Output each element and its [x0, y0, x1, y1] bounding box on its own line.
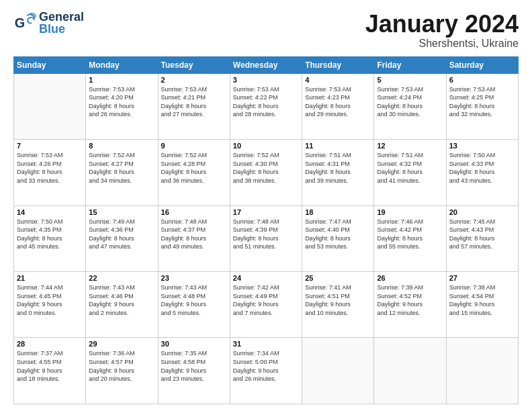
day-info: Sunrise: 7:43 AM Sunset: 4:48 PM Dayligh… [161, 283, 227, 317]
calendar-day: 25Sunrise: 7:41 AM Sunset: 4:51 PM Dayli… [302, 272, 374, 338]
day-info: Sunrise: 7:50 AM Sunset: 4:35 PM Dayligh… [17, 218, 83, 251]
day-number: 17 [233, 208, 299, 216]
col-wednesday: Wednesday [230, 56, 302, 73]
calendar-day [14, 73, 86, 139]
day-info: Sunrise: 7:51 AM Sunset: 4:31 PM Dayligh… [305, 151, 371, 185]
calendar-day [374, 338, 446, 404]
day-number: 26 [377, 274, 443, 282]
calendar-day [446, 338, 518, 404]
day-info: Sunrise: 7:41 AM Sunset: 4:51 PM Dayligh… [305, 283, 371, 317]
day-number: 4 [305, 76, 371, 84]
day-number: 20 [449, 208, 515, 216]
calendar-day: 7Sunrise: 7:53 AM Sunset: 4:26 PM Daylig… [14, 140, 86, 205]
day-info: Sunrise: 7:53 AM Sunset: 4:25 PM Dayligh… [449, 85, 515, 119]
day-number: 10 [233, 142, 299, 150]
calendar-day: 13Sunrise: 7:50 AM Sunset: 4:33 PM Dayli… [446, 140, 518, 205]
day-number: 13 [449, 142, 515, 150]
logo-general: General [39, 11, 84, 23]
day-number: 1 [89, 76, 154, 84]
calendar-day: 8Sunrise: 7:52 AM Sunset: 4:27 PM Daylig… [86, 140, 158, 205]
day-number: 24 [233, 274, 299, 282]
day-number: 28 [17, 340, 83, 348]
col-tuesday: Tuesday [158, 56, 230, 73]
day-number: 7 [17, 142, 83, 150]
calendar-week-1: 1Sunrise: 7:53 AM Sunset: 4:20 PM Daylig… [14, 73, 519, 139]
day-info: Sunrise: 7:39 AM Sunset: 4:52 PM Dayligh… [377, 283, 443, 317]
col-thursday: Thursday [302, 56, 374, 73]
day-number: 30 [161, 340, 227, 348]
month-title: January 2024 [365, 11, 519, 38]
day-info: Sunrise: 7:44 AM Sunset: 4:45 PM Dayligh… [17, 283, 83, 317]
day-number: 2 [161, 76, 227, 84]
calendar-day: 15Sunrise: 7:49 AM Sunset: 4:36 PM Dayli… [86, 205, 158, 271]
calendar-day: 10Sunrise: 7:52 AM Sunset: 4:30 PM Dayli… [230, 140, 302, 205]
day-number: 6 [449, 76, 515, 84]
calendar-day: 18Sunrise: 7:47 AM Sunset: 4:40 PM Dayli… [302, 205, 374, 271]
calendar-day: 23Sunrise: 7:43 AM Sunset: 4:48 PM Dayli… [158, 272, 230, 338]
day-info: Sunrise: 7:45 AM Sunset: 4:43 PM Dayligh… [449, 218, 515, 251]
day-number: 11 [305, 142, 371, 150]
header: G General Blue January 2024 Shershentsi,… [13, 11, 519, 50]
day-info: Sunrise: 7:48 AM Sunset: 4:37 PM Dayligh… [161, 218, 227, 251]
day-number: 31 [233, 340, 299, 348]
day-number: 8 [89, 142, 154, 150]
day-number: 21 [17, 274, 83, 282]
day-info: Sunrise: 7:53 AM Sunset: 4:26 PM Dayligh… [17, 151, 83, 185]
day-info: Sunrise: 7:53 AM Sunset: 4:20 PM Dayligh… [89, 85, 154, 119]
day-info: Sunrise: 7:51 AM Sunset: 4:32 PM Dayligh… [377, 151, 443, 185]
calendar-day: 31Sunrise: 7:34 AM Sunset: 5:00 PM Dayli… [230, 338, 302, 404]
day-info: Sunrise: 7:35 AM Sunset: 4:58 PM Dayligh… [161, 349, 227, 383]
calendar-day: 24Sunrise: 7:42 AM Sunset: 4:49 PM Dayli… [230, 272, 302, 338]
calendar-day: 9Sunrise: 7:52 AM Sunset: 4:28 PM Daylig… [158, 140, 230, 205]
day-number: 12 [377, 142, 443, 150]
logo-blue: Blue [39, 23, 84, 35]
calendar-day: 21Sunrise: 7:44 AM Sunset: 4:45 PM Dayli… [14, 272, 86, 338]
calendar-day: 11Sunrise: 7:51 AM Sunset: 4:31 PM Dayli… [302, 140, 374, 205]
col-sunday: Sunday [14, 56, 86, 73]
day-number: 3 [233, 76, 299, 84]
day-info: Sunrise: 7:36 AM Sunset: 4:57 PM Dayligh… [89, 349, 154, 383]
day-info: Sunrise: 7:37 AM Sunset: 4:55 PM Dayligh… [17, 349, 83, 383]
calendar-day: 17Sunrise: 7:48 AM Sunset: 4:39 PM Dayli… [230, 205, 302, 271]
calendar-day: 30Sunrise: 7:35 AM Sunset: 4:58 PM Dayli… [158, 338, 230, 404]
calendar-day: 20Sunrise: 7:45 AM Sunset: 4:43 PM Dayli… [446, 205, 518, 271]
calendar-day: 19Sunrise: 7:46 AM Sunset: 4:42 PM Dayli… [374, 205, 446, 271]
day-info: Sunrise: 7:46 AM Sunset: 4:42 PM Dayligh… [377, 218, 443, 251]
calendar-week-5: 28Sunrise: 7:37 AM Sunset: 4:55 PM Dayli… [14, 338, 519, 404]
day-info: Sunrise: 7:53 AM Sunset: 4:24 PM Dayligh… [377, 85, 443, 119]
day-info: Sunrise: 7:34 AM Sunset: 5:00 PM Dayligh… [233, 349, 299, 383]
day-number: 18 [305, 208, 371, 216]
calendar-day: 28Sunrise: 7:37 AM Sunset: 4:55 PM Dayli… [14, 338, 86, 404]
day-number: 27 [449, 274, 515, 282]
logo-icon: G [13, 11, 38, 35]
day-number: 25 [305, 274, 371, 282]
day-number: 16 [161, 208, 227, 216]
location-subtitle: Shershentsi, Ukraine [365, 38, 519, 50]
day-info: Sunrise: 7:42 AM Sunset: 4:49 PM Dayligh… [233, 283, 299, 317]
day-info: Sunrise: 7:50 AM Sunset: 4:33 PM Dayligh… [449, 151, 515, 185]
col-monday: Monday [86, 56, 158, 73]
calendar-day: 14Sunrise: 7:50 AM Sunset: 4:35 PM Dayli… [14, 205, 86, 271]
calendar-day: 3Sunrise: 7:53 AM Sunset: 4:22 PM Daylig… [230, 73, 302, 139]
day-info: Sunrise: 7:52 AM Sunset: 4:27 PM Dayligh… [89, 151, 154, 185]
calendar-header-row: Sunday Monday Tuesday Wednesday Thursday… [14, 56, 519, 73]
day-info: Sunrise: 7:38 AM Sunset: 4:54 PM Dayligh… [449, 283, 515, 317]
calendar-day: 6Sunrise: 7:53 AM Sunset: 4:25 PM Daylig… [446, 73, 518, 139]
calendar-day [302, 338, 374, 404]
calendar-week-2: 7Sunrise: 7:53 AM Sunset: 4:26 PM Daylig… [14, 140, 519, 205]
day-info: Sunrise: 7:52 AM Sunset: 4:28 PM Dayligh… [161, 151, 227, 185]
calendar-day: 12Sunrise: 7:51 AM Sunset: 4:32 PM Dayli… [374, 140, 446, 205]
day-info: Sunrise: 7:48 AM Sunset: 4:39 PM Dayligh… [233, 218, 299, 251]
calendar-day: 26Sunrise: 7:39 AM Sunset: 4:52 PM Dayli… [374, 272, 446, 338]
svg-text:G: G [15, 15, 25, 30]
calendar-day: 1Sunrise: 7:53 AM Sunset: 4:20 PM Daylig… [86, 73, 158, 139]
day-number: 9 [161, 142, 227, 150]
day-info: Sunrise: 7:53 AM Sunset: 4:22 PM Dayligh… [233, 85, 299, 119]
day-info: Sunrise: 7:43 AM Sunset: 4:46 PM Dayligh… [89, 283, 154, 317]
day-info: Sunrise: 7:47 AM Sunset: 4:40 PM Dayligh… [305, 218, 371, 251]
col-saturday: Saturday [446, 56, 518, 73]
calendar-day: 5Sunrise: 7:53 AM Sunset: 4:24 PM Daylig… [374, 73, 446, 139]
calendar-day: 4Sunrise: 7:53 AM Sunset: 4:23 PM Daylig… [302, 73, 374, 139]
calendar-day: 27Sunrise: 7:38 AM Sunset: 4:54 PM Dayli… [446, 272, 518, 338]
day-info: Sunrise: 7:49 AM Sunset: 4:36 PM Dayligh… [89, 218, 154, 251]
